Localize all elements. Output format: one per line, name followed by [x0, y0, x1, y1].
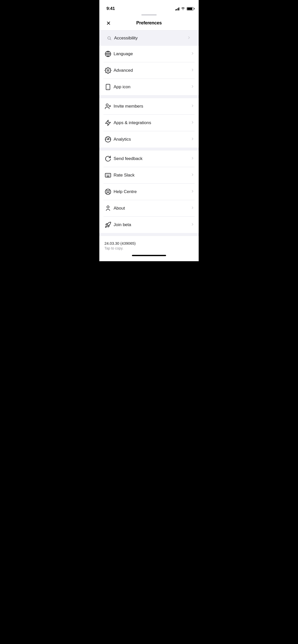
- rocket-icon: [103, 220, 113, 229]
- advanced-label: Advanced: [114, 68, 191, 73]
- invite-members-item[interactable]: Invite members: [103, 98, 195, 115]
- version-number: 24.03.30 (439065): [104, 241, 194, 245]
- about-label: About: [114, 206, 191, 211]
- svg-point-13: [107, 139, 108, 140]
- accessibility-item[interactable]: Accessibility: [103, 33, 195, 43]
- status-icons: [175, 7, 194, 10]
- bolt-icon: [103, 118, 113, 127]
- home-bar: [132, 255, 166, 256]
- analytics-chevron: [191, 137, 195, 142]
- analytics-item[interactable]: Analytics: [103, 131, 195, 148]
- home-indicator: [99, 253, 199, 261]
- page-title: Preferences: [136, 20, 162, 26]
- advanced-chevron: [191, 68, 195, 73]
- app-icon-item[interactable]: App icon: [103, 79, 195, 95]
- send-feedback-item[interactable]: Send feedback: [103, 151, 195, 167]
- accessibility-label: Accessibility: [114, 36, 184, 41]
- accessibility-chevron: [187, 36, 191, 41]
- svg-line-26: [109, 193, 110, 194]
- status-time: 9:41: [106, 6, 115, 11]
- phone-icon: [103, 82, 113, 92]
- section-team: Invite members Apps & integrations: [99, 98, 199, 148]
- app-icon-label: App icon: [114, 84, 191, 90]
- join-beta-chevron: [191, 222, 195, 227]
- join-beta-item[interactable]: Join beta: [103, 217, 195, 233]
- rate-slack-chevron: [191, 173, 195, 178]
- language-item[interactable]: Language: [103, 46, 195, 62]
- help-centre-item[interactable]: Help Centre: [103, 184, 195, 200]
- search-section: Accessibility: [99, 31, 199, 46]
- rate-slack-item[interactable]: Rate Slack: [103, 167, 195, 184]
- svg-line-25: [106, 190, 107, 191]
- svg-marker-12: [105, 120, 111, 126]
- rate-slack-label: Rate Slack: [114, 173, 191, 178]
- send-feedback-label: Send feedback: [114, 156, 191, 161]
- svg-line-3: [110, 39, 111, 40]
- about-chevron: [191, 206, 195, 211]
- signal-icon: [175, 7, 180, 10]
- svg-point-29: [107, 206, 109, 208]
- section-general: Language Advanced: [99, 46, 199, 95]
- apps-integrations-label: Apps & integrations: [114, 120, 191, 125]
- globe-icon: [103, 49, 113, 58]
- divider-3: [99, 233, 199, 236]
- invite-members-chevron: [191, 104, 195, 109]
- divider-1: [99, 95, 199, 98]
- search-icon: [107, 36, 112, 40]
- battery-icon: [187, 7, 194, 10]
- arrow-refresh-icon: [103, 154, 113, 163]
- wifi-icon: [181, 7, 185, 10]
- person-plus-icon: [103, 102, 113, 111]
- section-support: Send feedback: [99, 151, 199, 233]
- preferences-header: Preferences: [99, 16, 199, 31]
- help-centre-label: Help Centre: [114, 189, 191, 194]
- about-item[interactable]: About: [103, 200, 195, 217]
- apps-integrations-chevron: [191, 120, 195, 125]
- join-beta-label: Join beta: [114, 222, 191, 227]
- pull-indicator: [99, 14, 199, 16]
- help-centre-chevron: [191, 189, 195, 194]
- advanced-gear-icon: [103, 66, 113, 75]
- language-label: Language: [114, 51, 191, 56]
- life-ring-icon: [103, 187, 113, 196]
- svg-point-6: [107, 70, 109, 71]
- send-feedback-chevron: [191, 156, 195, 161]
- svg-rect-7: [106, 84, 110, 90]
- svg-point-9: [106, 104, 108, 106]
- keyboard-icon: [103, 171, 113, 180]
- advanced-item[interactable]: Advanced: [103, 62, 195, 79]
- gauge-icon: [103, 135, 113, 144]
- divider-2: [99, 148, 199, 151]
- close-button[interactable]: [104, 19, 113, 27]
- version-section[interactable]: 24.03.30 (439065) Tap to copy.: [99, 236, 199, 253]
- invite-members-label: Invite members: [114, 104, 191, 109]
- apps-integrations-item[interactable]: Apps & integrations: [103, 115, 195, 131]
- analytics-label: Analytics: [114, 137, 191, 142]
- person-info-icon: [103, 204, 113, 213]
- svg-line-27: [109, 190, 110, 191]
- language-chevron: [191, 51, 195, 56]
- status-bar: 9:41: [99, 0, 199, 14]
- version-tap-hint: Tap to copy.: [104, 246, 194, 250]
- svg-point-24: [107, 191, 109, 193]
- svg-line-28: [106, 193, 107, 194]
- app-icon-chevron: [191, 84, 195, 90]
